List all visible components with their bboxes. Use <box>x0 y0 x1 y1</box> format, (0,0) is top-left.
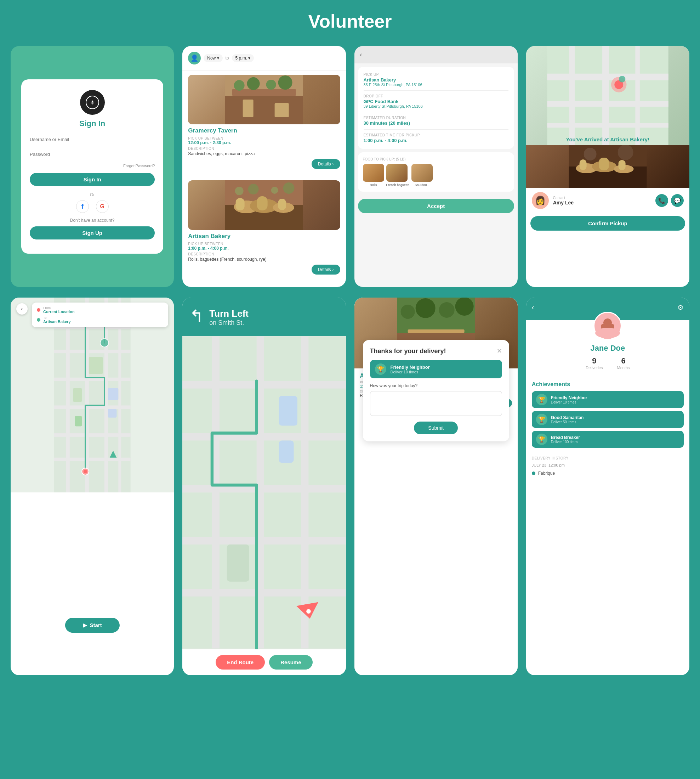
submit-button[interactable]: Submit <box>414 421 458 434</box>
svg-rect-69 <box>212 336 220 649</box>
facebook-icon[interactable]: f <box>76 200 89 213</box>
call-button[interactable]: 📞 <box>655 194 668 207</box>
bakery-image <box>188 180 340 230</box>
svg-rect-55 <box>73 388 82 402</box>
svg-text:⚜: ⚜ <box>90 100 95 105</box>
bakery-name: Artisan Bakery <box>188 233 340 240</box>
tavern-details-button[interactable]: Details › <box>312 159 340 169</box>
food-item-sourdough: Sourdou... <box>412 164 433 187</box>
svg-rect-10 <box>275 103 289 117</box>
achievements-section: Achievements 🏆 Friendly Neighbor Deliver… <box>526 381 689 448</box>
feedback-label: How was your trip today? <box>370 383 502 388</box>
food-item-baguette: French baguette <box>386 164 410 187</box>
svg-point-19 <box>235 187 243 195</box>
resume-button[interactable]: Resume <box>269 655 312 670</box>
achievement-1-desc: Deliver 10 times <box>551 400 587 404</box>
svg-point-41 <box>583 148 596 160</box>
from-label: From <box>43 306 75 309</box>
contact-name: Amy Lee <box>553 200 651 206</box>
svg-rect-28 <box>602 46 609 145</box>
nav-back-button[interactable]: ‹ <box>16 303 28 314</box>
confirm-pickup-button[interactable]: Confirm Pickup <box>530 216 685 231</box>
signin-card: ⚜ Sign In Forgot Password? Sign In Or f … <box>21 79 163 254</box>
turn-left-icon: ↰ <box>190 306 203 326</box>
to-place: Artisan Bakery <box>43 319 71 324</box>
arrived-map: You've Arrived at Artisan Bakery! <box>526 46 689 145</box>
duration-label: ESTIMATED DURATION <box>363 116 508 120</box>
nav-from-row: From Current Location <box>37 306 163 314</box>
bakery-details-button[interactable]: Details › <box>312 265 340 274</box>
pickup-name: Artisan Bakery <box>363 77 508 82</box>
forgot-password-link[interactable]: Forgot Password? <box>30 164 155 168</box>
listing-card-1: Gramercy Tavern PICK UP BETWEEN 12:00 p.… <box>182 70 345 173</box>
achievement-item-2: 🏆 Good Samaritan Deliver 50 items <box>532 411 684 428</box>
listings-header: 👤 Now ▾ to 5 p.m. ▾ <box>182 46 345 70</box>
sourdough-image <box>412 164 433 182</box>
accept-button[interactable]: Accept <box>358 199 514 213</box>
app-logo: ⚜ <box>80 90 105 115</box>
pickup-time-label: ESTIMATED TIME FOR PICKUP <box>363 133 508 137</box>
username-input[interactable] <box>30 134 155 145</box>
or-divider: Or <box>30 192 155 197</box>
achievement-3-name: Bread Breaker <box>551 435 580 440</box>
page-title: Volunteer <box>11 11 689 32</box>
duration-value: 30 minutes (20 miles) <box>363 120 508 126</box>
dropoff-name: GPC Food Bank <box>363 99 508 104</box>
signin-button[interactable]: Sign In <box>30 173 155 186</box>
svg-rect-71 <box>301 336 309 649</box>
svg-point-61 <box>100 339 109 347</box>
signin-title: Sign In <box>30 119 155 128</box>
signup-button[interactable]: Sign Up <box>30 226 155 239</box>
thanks-close-button[interactable]: ✕ <box>497 347 502 355</box>
back-button[interactable]: ‹ <box>355 46 518 64</box>
dropoff-label: DROP OFF <box>363 94 508 98</box>
svg-point-76 <box>306 609 311 614</box>
time-from-pill[interactable]: Now ▾ <box>203 54 222 62</box>
svg-point-32 <box>618 76 625 82</box>
months-count: 6 <box>617 356 630 366</box>
profile-content: Jane Doe 9 Deliveries 6 Months <box>526 320 689 381</box>
time-to-pill[interactable]: 5 p.m. ▾ <box>232 54 254 62</box>
nav-info-card: From Current Location To Artisan Bakery <box>32 303 168 327</box>
sourdough-label: Sourdou... <box>412 183 433 187</box>
bakery-pickup-label: PICK UP BETWEEN <box>188 242 340 246</box>
contact-row: 👩 Contact Amy Lee 📞 💬 <box>526 188 689 213</box>
bottom-screens-row: ‹ From Current Location To Artisan Baker… <box>11 298 689 675</box>
history-dot <box>532 471 535 475</box>
svg-point-81 <box>455 298 473 316</box>
bakery-desc: Rolls, baguettes (French, sourdough, rye… <box>188 257 340 262</box>
delivery-history: DELIVERY HISTORY JULY 23, 12:00 pm Fabri… <box>526 451 689 483</box>
tavern-pickup-time: 12:00 p.m. - 2:30 p.m. <box>188 140 340 145</box>
password-input[interactable] <box>30 149 155 160</box>
pickup-addr: 33 E 25th St Pittsburgh, PA 15106 <box>363 82 508 87</box>
svg-point-79 <box>415 298 435 318</box>
bakery-pickup-time: 1:00 p.m. - 4:00 p.m. <box>188 246 340 251</box>
message-button[interactable]: 💬 <box>671 194 684 207</box>
svg-point-21 <box>271 187 278 194</box>
svg-point-6 <box>247 77 260 90</box>
feedback-textarea[interactable] <box>370 391 502 416</box>
settings-icon[interactable]: ⚙ <box>677 303 684 312</box>
trophy-icon-3: 🏆 <box>536 434 547 445</box>
svg-rect-16 <box>236 198 245 211</box>
user-avatar: 👤 <box>188 52 201 65</box>
contact-actions: 📞 💬 <box>655 194 684 207</box>
svg-rect-73 <box>279 396 297 426</box>
turn-buttons: End Route Resume <box>182 649 345 675</box>
rolls-image <box>363 164 384 182</box>
profile-back-button[interactable]: ‹ <box>532 303 534 311</box>
top-screens-row: ⚜ Sign In Forgot Password? Sign In Or f … <box>11 46 689 287</box>
end-route-button[interactable]: End Route <box>216 655 265 670</box>
bakery-desc-label: DESCRIPTION <box>188 252 340 256</box>
social-icons: f G <box>30 200 155 213</box>
signin-screen: ⚜ Sign In Forgot Password? Sign In Or f … <box>11 46 174 287</box>
svg-point-7 <box>266 80 276 90</box>
start-button[interactable]: ▶ Start <box>65 618 120 633</box>
tavern-desc-label: DESCRIPTION <box>188 147 340 150</box>
contact-label: Contact <box>553 196 651 200</box>
google-icon[interactable]: G <box>96 200 109 213</box>
turn-screen: ↰ Turn Left on Smith St. <box>182 298 345 675</box>
svg-rect-54 <box>89 357 103 374</box>
months-label: Months <box>617 366 630 370</box>
svg-rect-27 <box>569 46 575 145</box>
